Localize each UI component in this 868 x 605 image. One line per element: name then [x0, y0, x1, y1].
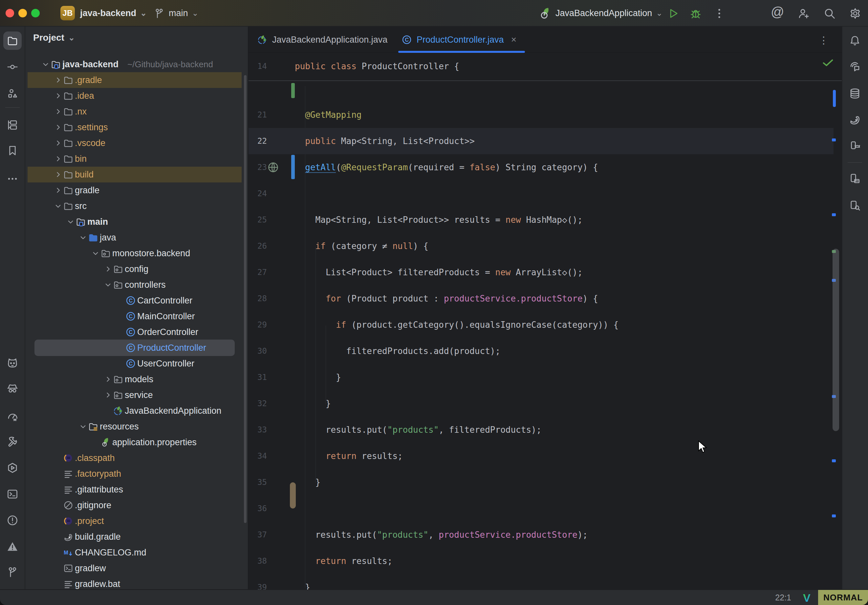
tree-item-service[interactable]: service — [25, 387, 248, 403]
error-stripe-mark[interactable] — [832, 460, 836, 462]
tree-item-gradlew-bat[interactable]: gradlew.bat — [25, 576, 248, 589]
problems-icon[interactable] — [3, 511, 22, 529]
code-line-22[interactable]: 22public Map<String, List<Product>> — [248, 128, 842, 154]
project-switcher[interactable]: java-backend⌄ — [80, 0, 147, 26]
caret-position-widget[interactable]: 22:1 — [768, 590, 791, 605]
error-stripe-mark[interactable] — [832, 514, 836, 517]
tree-item--gradle[interactable]: .gradle — [25, 72, 248, 88]
chevron-right-icon[interactable] — [53, 170, 63, 179]
tree-item-java[interactable]: java — [25, 230, 248, 245]
chevron-right-icon[interactable] — [103, 264, 113, 274]
code-line-37[interactable]: 37results.put("products", productService… — [248, 521, 842, 548]
rest-endpoint-globe-icon[interactable] — [267, 161, 279, 175]
build-hammer-icon[interactable] — [3, 432, 22, 451]
error-stripe-mark[interactable] — [832, 213, 836, 216]
code-line-23[interactable]: 23getAll(@RequestParam(required = false)… — [248, 154, 842, 181]
code-line-24[interactable]: 24 — [248, 181, 842, 207]
add-user-icon[interactable] — [797, 7, 809, 20]
chevron-right-icon[interactable] — [53, 91, 63, 101]
ai-at-icon[interactable]: @ — [771, 5, 784, 19]
tree-item-resources[interactable]: resources — [25, 419, 248, 435]
chevron-right-icon[interactable] — [103, 390, 113, 400]
search-icon[interactable] — [823, 7, 836, 20]
debug-button[interactable] — [690, 7, 702, 20]
device-explorer-icon[interactable] — [846, 169, 864, 188]
database-icon[interactable] — [846, 84, 864, 103]
tree-item--vscode[interactable]: .vscode — [25, 135, 248, 151]
inspections-ok-check-icon[interactable] — [822, 58, 834, 69]
code-line-26[interactable]: 26if (category ≠ null) { — [248, 233, 842, 259]
services-icon[interactable] — [3, 116, 22, 134]
sticky-line-header[interactable]: 14public class ProductController { — [248, 53, 842, 81]
notifications-bell-icon[interactable] — [846, 31, 864, 50]
structure-icon[interactable] — [3, 84, 22, 103]
code-line-36[interactable]: 36 — [248, 495, 842, 521]
bookmarks-icon[interactable] — [3, 141, 22, 160]
chevron-right-icon[interactable] — [53, 138, 63, 148]
chevron-down-icon[interactable] — [66, 217, 76, 227]
tab-productcontroller[interactable]: C ProductController.java × — [401, 26, 516, 53]
tree-item--idea[interactable]: .idea — [25, 88, 248, 104]
tree-item-ordercontroller[interactable]: COrderController — [25, 324, 248, 340]
tree-item-java-backend[interactable]: java-backend~/Github/java-backend — [25, 56, 248, 72]
tree-item-productcontroller[interactable]: CProductController — [25, 340, 248, 356]
tree-item-build[interactable]: build — [25, 167, 248, 183]
chevron-right-icon[interactable] — [53, 107, 63, 116]
tree-item--settings[interactable]: .settings — [25, 119, 248, 135]
incognito-icon[interactable] — [3, 379, 22, 398]
tree-item-src[interactable]: src — [25, 198, 248, 214]
ideavim-icon[interactable]: V — [803, 591, 811, 604]
warnings-triangle-icon[interactable] — [3, 537, 22, 556]
code-line-33[interactable]: 33results.put("products", filteredProduc… — [248, 417, 842, 443]
tree-item-monostore-backend[interactable]: monostore.backend — [25, 245, 248, 261]
tree-item--gitattributes[interactable]: .gitattributes — [25, 482, 248, 497]
chevron-down-icon[interactable] — [78, 233, 88, 243]
more-actions-kebab-icon[interactable] — [713, 7, 725, 20]
ai-assistant-icon[interactable] — [846, 58, 864, 76]
code-line-35[interactable]: 35} — [248, 469, 842, 495]
tree-item-gradle[interactable]: gradle — [25, 183, 248, 198]
gutter-change-marker[interactable] — [291, 83, 295, 98]
minimize-window-button[interactable] — [19, 9, 27, 17]
tree-item-main[interactable]: main — [25, 214, 248, 230]
more-tools-icon[interactable] — [3, 170, 22, 188]
profiler-icon[interactable] — [3, 407, 22, 426]
chevron-down-icon[interactable] — [53, 201, 63, 211]
chevron-down-icon[interactable] — [91, 248, 101, 258]
chevron-right-icon[interactable] — [53, 186, 63, 195]
device-file-search-icon[interactable] — [846, 196, 864, 215]
editor-scrollbar[interactable] — [832, 249, 839, 431]
tree-scrollbar[interactable] — [244, 75, 246, 523]
editor-options-kebab-icon[interactable]: ⋮ — [819, 34, 829, 46]
chevron-down-icon[interactable] — [41, 59, 51, 69]
code-line-25[interactable]: 25Map<String, List<Product>> results = n… — [248, 207, 842, 233]
settings-gear-icon[interactable] — [849, 7, 862, 20]
code-line-27[interactable]: 27List<Product> filteredProducts = new A… — [248, 259, 842, 285]
chevron-right-icon[interactable] — [103, 374, 113, 384]
code-line-31[interactable]: 31} — [248, 364, 842, 390]
code-line-29[interactable]: 29if (product.getCategory().equalsIgnore… — [248, 312, 842, 338]
run-configuration-selector[interactable]: JavaBackendApplication⌄ — [555, 0, 662, 26]
tree-item-cartcontroller[interactable]: CCartController — [25, 292, 248, 308]
gutter-drag-handle[interactable] — [290, 482, 296, 509]
code-viewport[interactable]: 21@GetMapping22public Map<String, List<P… — [248, 53, 842, 589]
tree-item-config[interactable]: config — [25, 261, 248, 277]
tree-item--factorypath[interactable]: .factorypath — [25, 466, 248, 482]
project-folder-icon[interactable] — [3, 31, 22, 50]
tree-item-application-properties[interactable]: application.properties — [25, 435, 248, 450]
error-stripe-mark[interactable] — [832, 138, 836, 141]
vim-mode-badge[interactable]: NORMAL — [818, 590, 868, 605]
analysis-status-bar[interactable] — [833, 90, 836, 107]
tree-item--classpath[interactable]: .classpath — [25, 450, 248, 466]
tree-item-gradlew[interactable]: gradlew — [25, 560, 248, 576]
tree-item-changelog-md[interactable]: MCHANGELOG.md — [25, 545, 248, 560]
chevron-right-icon[interactable] — [53, 122, 63, 132]
chevron-right-icon[interactable] — [53, 154, 63, 164]
zoom-window-button[interactable] — [31, 9, 40, 17]
tree-item--project[interactable]: .project — [25, 513, 248, 529]
code-line-30[interactable]: 30filteredProducts.add(product); — [248, 338, 842, 364]
gutter-change-marker[interactable] — [291, 155, 295, 179]
chevron-down-icon[interactable] — [103, 280, 113, 290]
chevron-down-icon[interactable] — [78, 422, 88, 432]
code-line-21[interactable]: 21@GetMapping — [248, 102, 842, 128]
